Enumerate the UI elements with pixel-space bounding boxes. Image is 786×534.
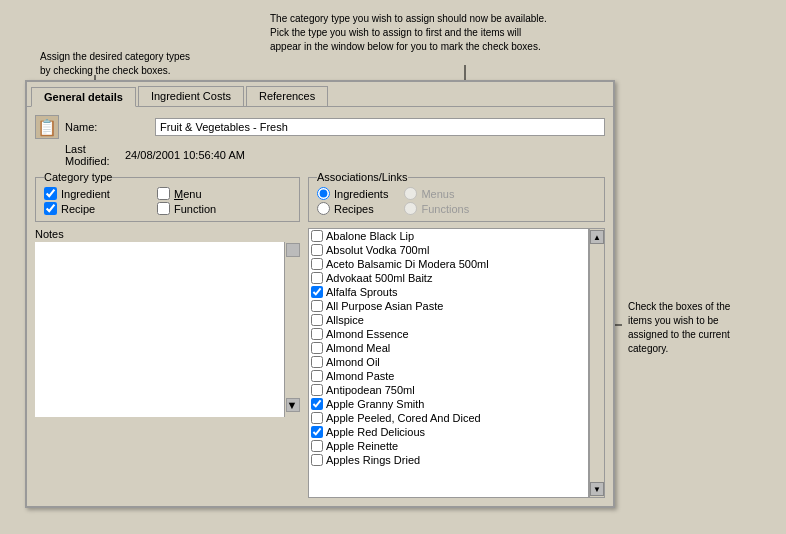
list-item: Advokaat 500ml Baitz [309, 271, 588, 285]
last-modified-label: Last Modified: [35, 143, 125, 167]
list-item-checkbox[interactable] [311, 314, 323, 326]
list-item-label: Aceto Balsamic Di Modera 500ml [326, 258, 489, 270]
radio-menus: Menus [404, 187, 469, 200]
list-item-checkbox[interactable] [311, 272, 323, 284]
checkbox-menu-label: Menu [174, 188, 254, 200]
list-item-checkbox[interactable] [311, 342, 323, 354]
list-wrapper: Abalone Black LipAbsolut Vodka 700mlAcet… [308, 228, 605, 498]
list-item-label: Apple Peeled, Cored And Diced [326, 412, 481, 424]
radio-menus-label: Menus [421, 188, 454, 200]
tab-general-details[interactable]: General details [31, 87, 136, 107]
list-item: Almond Oil [309, 355, 588, 369]
list-item: Allspice [309, 313, 588, 327]
checkbox-ingredient-input[interactable] [44, 187, 57, 200]
list-item-label: Apples Rings Dried [326, 454, 420, 466]
list-item-label: Almond Meal [326, 342, 390, 354]
list-item: Almond Meal [309, 341, 588, 355]
list-item-checkbox[interactable] [311, 300, 323, 312]
category-type-legend: Category type [44, 171, 112, 183]
list-item-checkbox[interactable] [311, 398, 323, 410]
tab-bar: General details Ingredient Costs Referen… [27, 82, 613, 107]
checkbox-function: Function [157, 202, 254, 215]
list-item: Absolut Vodka 700ml [309, 243, 588, 257]
name-row: 📋 Name: [35, 115, 605, 139]
list-item-checkbox[interactable] [311, 286, 323, 298]
radio-functions: Functions [404, 202, 469, 215]
list-item: Apple Granny Smith [309, 397, 588, 411]
list-item-label: Allspice [326, 314, 364, 326]
ingredient-list[interactable]: Abalone Black LipAbsolut Vodka 700mlAcet… [308, 228, 589, 498]
radio-ingredients-label: Ingredients [334, 188, 388, 200]
notes-textarea[interactable] [35, 242, 284, 417]
checkbox-function-input[interactable] [157, 202, 170, 215]
list-item: Apple Red Delicious [309, 425, 588, 439]
list-item-label: Abalone Black Lip [326, 230, 414, 242]
checkbox-menu-input[interactable] [157, 187, 170, 200]
list-scrollbar[interactable]: ▲ ▼ [589, 228, 605, 498]
radio-ingredients: Ingredients [317, 187, 388, 200]
name-input[interactable] [155, 118, 605, 136]
checkbox-recipe-input[interactable] [44, 202, 57, 215]
radio-recipes-label: Recipes [334, 203, 374, 215]
list-item-label: Antipodean 750ml [326, 384, 415, 396]
list-item-checkbox[interactable] [311, 244, 323, 256]
checkbox-function-label: Function [174, 203, 254, 215]
list-item-label: Apple Reinette [326, 440, 398, 452]
lower-section: Category type Ingredient Recipe [35, 171, 605, 498]
radio-recipes: Recipes [317, 202, 388, 215]
notes-section: Notes ▼ [35, 228, 300, 417]
list-item-label: Almond Essence [326, 328, 409, 340]
notes-wrapper: ▼ [35, 242, 300, 417]
list-item: Apples Rings Dried [309, 453, 588, 467]
list-item: All Purpose Asian Paste [309, 299, 588, 313]
list-item-label: Alfalfa Sprouts [326, 286, 398, 298]
list-item-checkbox[interactable] [311, 426, 323, 438]
list-item-checkbox[interactable] [311, 328, 323, 340]
last-modified-value: 24/08/2001 10:56:40 AM [125, 149, 245, 161]
list-item: Apple Reinette [309, 439, 588, 453]
annotation-top-left: Assign the desired category typesby chec… [40, 50, 190, 78]
radio-functions-input[interactable] [404, 202, 417, 215]
list-item-checkbox[interactable] [311, 258, 323, 270]
list-item-checkbox[interactable] [311, 454, 323, 466]
list-item-checkbox[interactable] [311, 440, 323, 452]
list-item-label: All Purpose Asian Paste [326, 300, 443, 312]
list-item: Antipodean 750ml [309, 383, 588, 397]
annotation-top-center: The category type you wish to assign sho… [270, 12, 547, 54]
right-section: Associations/Links Ingredients Recipes [308, 171, 605, 498]
left-section: Category type Ingredient Recipe [35, 171, 300, 498]
checkbox-menu: Menu [157, 187, 254, 200]
name-label: Name: [65, 121, 155, 133]
radio-functions-label: Functions [421, 203, 469, 215]
associations-legend: Associations/Links [317, 171, 408, 183]
list-item-checkbox[interactable] [311, 412, 323, 424]
checkbox-ingredient-label: Ingredient [61, 188, 141, 200]
checkbox-recipe-label: Recipe [61, 203, 141, 215]
list-item-label: Absolut Vodka 700ml [326, 244, 429, 256]
radio-menus-input[interactable] [404, 187, 417, 200]
list-item-label: Apple Granny Smith [326, 398, 424, 410]
list-item-label: Almond Paste [326, 370, 394, 382]
radio-ingredients-input[interactable] [317, 187, 330, 200]
list-item-checkbox[interactable] [311, 230, 323, 242]
notes-scrollbar[interactable]: ▼ [284, 242, 300, 417]
list-item: Abalone Black Lip [309, 229, 588, 243]
checkbox-recipe: Recipe [44, 202, 141, 215]
list-item: Almond Paste [309, 369, 588, 383]
list-item-checkbox[interactable] [311, 356, 323, 368]
main-window: General details Ingredient Costs Referen… [25, 80, 615, 508]
category-icon: 📋 [35, 115, 59, 139]
annotation-right-side: Check the boxes of theitems you wish to … [628, 300, 730, 356]
list-item-checkbox[interactable] [311, 370, 323, 382]
tab-references[interactable]: References [246, 86, 328, 106]
radio-recipes-input[interactable] [317, 202, 330, 215]
list-item-checkbox[interactable] [311, 384, 323, 396]
list-item: Almond Essence [309, 327, 588, 341]
tab-content: 📋 Name: Last Modified: 24/08/2001 10:56:… [27, 107, 613, 506]
category-type-box: Category type Ingredient Recipe [35, 171, 300, 222]
associations-box: Associations/Links Ingredients Recipes [308, 171, 605, 222]
list-item: Aceto Balsamic Di Modera 500ml [309, 257, 588, 271]
list-item-label: Almond Oil [326, 356, 380, 368]
tab-ingredient-costs[interactable]: Ingredient Costs [138, 86, 244, 106]
last-modified-row: Last Modified: 24/08/2001 10:56:40 AM [35, 143, 605, 167]
